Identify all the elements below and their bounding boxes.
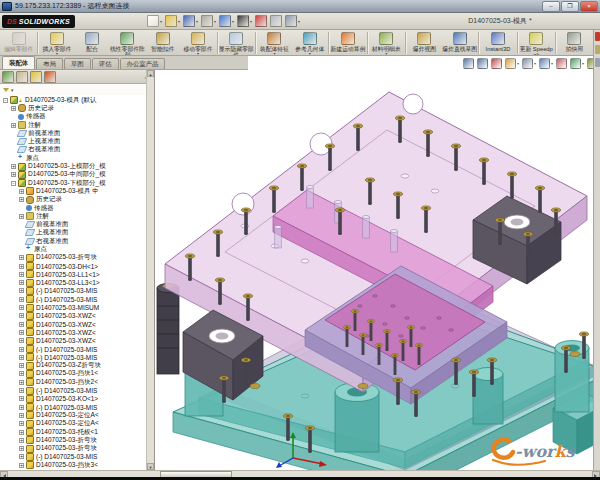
taskpane-file-explorer-tab[interactable] (595, 58, 600, 67)
cm-update-speedpak-button[interactable]: 更新 Speedpak (519, 31, 554, 55)
tree-item[interactable]: +(-) D1407025-03-MIS (0, 353, 154, 361)
horizontal-scrollbar[interactable] (0, 470, 600, 477)
tree-item[interactable]: +传感器 (0, 113, 154, 121)
tab-sketch[interactable]: 草图 (64, 58, 91, 69)
tree-expander-icon[interactable]: + (19, 288, 24, 293)
cm-new-motion-study-button[interactable]: 新建运动算例 (330, 31, 365, 55)
tree-expander-icon[interactable]: + (19, 413, 24, 418)
tree-item[interactable]: +D1407025-03-挡块2< (0, 378, 154, 386)
cm-reference-geometry-button[interactable]: 参考几何体▾ (292, 31, 327, 55)
cm-exploded-view-button[interactable]: 爆炸视图 (407, 31, 442, 55)
save-button[interactable]: ▾ (183, 15, 198, 27)
dropdown-caret-icon[interactable]: ▾ (196, 19, 198, 24)
tree-item[interactable]: +D1407025-03-LL1<1> (0, 270, 154, 278)
select-button[interactable]: ▾ (237, 15, 252, 27)
tree-item[interactable]: -▲D1407025-03-模具 (默认 (0, 96, 154, 104)
tree-item[interactable]: +D1407025-03-中间部分_模 (0, 171, 154, 179)
tree-expander-icon[interactable]: + (19, 371, 24, 376)
tree-expander-icon[interactable]: + (19, 355, 24, 360)
tree-item[interactable]: +D1407025-03-XWZ< (0, 312, 154, 320)
tree-item[interactable]: +D1407025-03-XWZ< (0, 337, 154, 345)
cm-mate-button[interactable]: 配合 (75, 31, 110, 55)
options-button[interactable]: ▾ (285, 15, 300, 27)
dropdown-caret-icon[interactable]: ▾ (551, 61, 553, 66)
tree-item[interactable]: +(-) D1407025-03-MIS (0, 345, 154, 353)
tree-expander-icon[interactable]: + (19, 255, 24, 260)
tree-item[interactable]: +D1407025-03-Z折弯块 (0, 362, 154, 370)
tree-item[interactable]: +D1407025-03-挡块1< (0, 370, 154, 378)
spring-stack[interactable] (157, 284, 179, 375)
featuremanager-tab[interactable] (2, 71, 14, 83)
cm-instant3d-button[interactable]: Instant3D (480, 31, 515, 55)
tree-item[interactable]: +传感器 (0, 204, 154, 212)
tree-expander-icon[interactable]: + (19, 330, 24, 335)
tree-expander-icon[interactable]: + (19, 421, 24, 426)
tree-item[interactable]: +D1407025-03-MISUM (0, 303, 154, 311)
cm-insert-components-button[interactable]: 插入零部件▾ (39, 31, 74, 55)
apply-scene-button[interactable]: ▾ (570, 58, 584, 69)
tree-item[interactable]: +D1407025-03-模具 中 (0, 187, 154, 195)
dropdown-caret-icon[interactable]: ▾ (582, 61, 584, 66)
cm-move-component-button[interactable]: 移动零部件▾ (180, 31, 215, 55)
tree-item[interactable]: +历史记录 (0, 196, 154, 204)
tab-assembly[interactable]: 装配体 (2, 56, 35, 69)
tree-item[interactable]: +D1407025-03-DH<1> (0, 262, 154, 270)
tree-item[interactable]: +上视基准面 (0, 137, 154, 145)
cm-linear-pattern-button[interactable]: 线性零部件阵列▾ (110, 31, 145, 55)
tree-item[interactable]: +(-) D1407025-03-MIS (0, 386, 154, 394)
tree-scrollbar[interactable]: ▲ ▼ (146, 70, 154, 470)
tree-expander-icon[interactable]: + (19, 446, 24, 451)
tree-item[interactable]: +D1407025-03-LL3<1> (0, 279, 154, 287)
dropdown-caret-icon[interactable]: ▾ (517, 61, 519, 66)
tree-item[interactable]: +D1407025-03-定位A< (0, 420, 154, 428)
dropdown-caret-icon[interactable]: ▾ (309, 52, 311, 55)
tree-item[interactable]: +注解 (0, 121, 154, 129)
tree-expander-icon[interactable]: + (19, 347, 24, 352)
tree-expander-icon[interactable]: + (19, 338, 24, 343)
tree-item[interactable]: +D1407025-03-KO<1> (0, 395, 154, 403)
edit-appearance-button[interactable] (556, 58, 567, 69)
tree-expander-icon[interactable]: + (19, 313, 24, 318)
tree-item[interactable]: +上视基准面 (0, 229, 154, 237)
tree-expander-icon[interactable]: + (11, 123, 16, 128)
tree-item[interactable]: +(-) D1407025-03-MIS (0, 453, 154, 461)
zoom-fit-button[interactable] (463, 58, 474, 69)
print-button[interactable]: ▾ (201, 15, 216, 27)
tree-expander-icon[interactable]: + (19, 396, 24, 401)
tree-expander-icon[interactable]: + (19, 405, 24, 410)
tree-item[interactable]: -D1407025-03-下模部分_模 (0, 179, 154, 187)
cm-edit-component-button[interactable]: 编辑零部件 (1, 31, 36, 55)
rebuild-button[interactable] (255, 15, 267, 27)
tree-expander-icon[interactable]: + (11, 106, 16, 111)
tree-expander-icon[interactable]: + (19, 454, 24, 459)
undo-button[interactable]: ▾ (219, 15, 234, 27)
dropdown-caret-icon[interactable]: ▾ (273, 52, 275, 55)
tree-item[interactable]: +右视基准面 (0, 146, 154, 154)
tree-expander-icon[interactable]: + (19, 214, 24, 219)
hide-show-items-button[interactable]: ▾ (539, 58, 553, 69)
tree-item[interactable]: +D1407025-03-折弯块 (0, 436, 154, 444)
display-panes-button[interactable] (270, 15, 282, 27)
maximize-button[interactable]: ❐ (561, 1, 579, 12)
tab-layout[interactable]: 布局 (36, 58, 63, 69)
tree-expander-icon[interactable]: + (19, 264, 24, 269)
tree-expander-icon[interactable]: + (19, 305, 24, 310)
tree-expander-icon[interactable]: + (19, 363, 24, 368)
dropdown-caret-icon[interactable]: ▾ (250, 19, 252, 24)
tree-item[interactable]: +前视基准面 (0, 129, 154, 137)
tree-expander-icon[interactable]: - (11, 181, 16, 186)
tab-evaluate[interactable]: 评估 (92, 58, 119, 69)
solidworks-logo[interactable]: DS SOLIDWORKS (2, 15, 75, 28)
tree-expander-icon[interactable]: + (19, 380, 24, 385)
tree-item[interactable]: +D1407025-03-挡块3< (0, 461, 154, 469)
tree-item[interactable]: +(-) D1407025-03-MIS (0, 403, 154, 411)
dropdown-caret-icon[interactable]: ▾ (197, 52, 199, 55)
dropdown-caret-icon[interactable]: ▾ (534, 61, 536, 66)
tree-expander-icon[interactable]: + (19, 189, 24, 194)
view-orientation-button[interactable]: ▾ (505, 58, 519, 69)
cm-show-hidden-components-button[interactable]: 显示隐藏零部件 (219, 31, 254, 55)
tree-expander-icon[interactable]: + (19, 438, 24, 443)
cm-bom-button[interactable]: 材料明细表▾ (369, 31, 404, 55)
tree-item[interactable]: +D1407025-03-折弯块 (0, 254, 154, 262)
cm-take-snapshot-button[interactable]: 拍快照 (557, 31, 592, 55)
